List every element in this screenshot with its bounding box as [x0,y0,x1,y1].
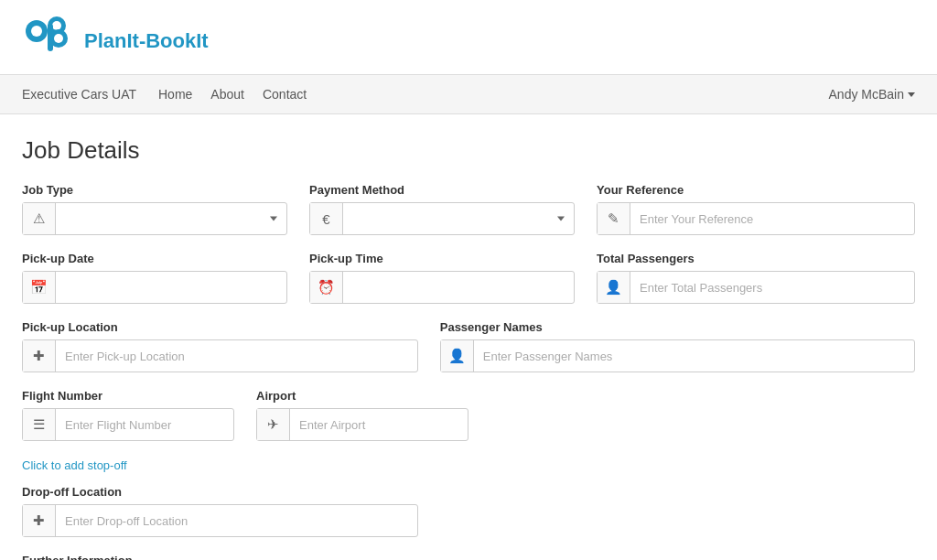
further-info-label: Further Information [22,554,418,560]
pickup-time-group: Pick-up Time ⏰ [309,252,575,304]
user-dropdown-caret [908,92,915,97]
logo-area: PlanIt-BookIt [0,0,937,74]
pickup-date-icon: 📅 [23,272,56,303]
passenger-names-input-wrapper: 👤 [440,339,915,372]
form-row-6: Further Information [22,554,915,560]
your-reference-label: Your Reference [597,183,915,197]
navbar-user[interactable]: Andy McBain [829,87,915,102]
your-reference-input[interactable] [630,203,914,234]
job-type-group: Job Type ⚠ [22,183,287,235]
nav-contact[interactable]: Contact [263,83,307,105]
form-row-2: Pick-up Date 📅 Pick-up Time ⏰ Total Pass… [22,252,915,304]
pickup-time-input-wrapper: ⏰ [309,271,575,304]
pickup-time-icon: ⏰ [310,272,343,303]
svg-point-1 [31,26,42,37]
svg-rect-6 [48,24,53,51]
payment-method-label: Payment Method [309,183,575,197]
airport-icon: ✈ [257,409,290,440]
payment-method-icon: € [310,203,343,234]
passenger-names-input[interactable] [474,340,914,372]
job-type-select[interactable] [56,203,286,234]
dropoff-location-group: Drop-off Location ✚ [22,485,418,537]
job-type-icon: ⚠ [23,203,56,234]
row6-spacer [440,554,915,560]
dropoff-location-input-wrapper: ✚ [22,504,418,537]
pickup-location-icon: ✚ [23,340,56,372]
pickup-location-input-wrapper: ✚ [22,339,418,372]
flight-number-group: Flight Number ☰ [22,389,234,441]
svg-point-5 [54,34,63,43]
total-passengers-label: Total Passengers [597,252,915,265]
airport-group: Airport ✈ [256,389,468,441]
add-stop-link[interactable]: Click to add stop-off [22,458,127,472]
passenger-names-group: Passenger Names 👤 [440,320,915,372]
pickup-location-input[interactable] [56,340,417,372]
row4-spacer [490,389,915,441]
dropoff-location-input[interactable] [56,505,417,536]
navbar-brand: Executive Cars UAT [22,87,136,102]
pickup-location-label: Pick-up Location [22,320,418,334]
pickup-time-input[interactable] [343,272,574,303]
total-passengers-icon: 👤 [598,272,630,303]
pickup-date-group: Pick-up Date 📅 [22,252,287,304]
airport-label: Airport [256,389,468,403]
pickup-time-label: Pick-up Time [309,252,575,265]
page-title: Job Details [22,136,915,165]
pickup-location-group: Pick-up Location ✚ [22,320,418,372]
pickup-date-input-wrapper: 📅 [22,271,287,304]
nav-home[interactable]: Home [158,83,192,105]
logo-text: PlanIt-BookIt [84,29,209,53]
form-row-5: Drop-off Location ✚ [22,485,915,537]
form-row-4: Flight Number ☰ Airport ✈ [22,389,915,441]
flight-number-label: Flight Number [22,389,234,403]
svg-point-3 [52,21,61,30]
total-passengers-input-wrapper: 👤 [597,271,915,304]
airport-input-wrapper: ✈ [256,408,468,441]
your-reference-icon: ✎ [598,203,630,234]
main-content: Job Details Job Type ⚠ Payment Method € [0,114,937,560]
pickup-date-input[interactable] [56,272,286,303]
your-reference-input-wrapper: ✎ [597,202,915,235]
job-type-select-wrapper: ⚠ [22,202,287,235]
airport-input[interactable] [290,409,468,440]
dropoff-location-label: Drop-off Location [22,485,418,499]
user-name: Andy McBain [829,87,904,102]
your-reference-group: Your Reference ✎ [597,183,915,235]
total-passengers-input[interactable] [630,272,914,303]
navbar-links: Home About Contact [158,83,829,105]
form-row-3: Pick-up Location ✚ Passenger Names 👤 [22,320,915,372]
flight-number-icon: ☰ [23,409,56,440]
job-type-label: Job Type [22,183,287,197]
flight-number-input-wrapper: ☰ [22,408,234,441]
form-row-1: Job Type ⚠ Payment Method € Your Ref [22,183,915,235]
payment-method-select[interactable] [343,203,574,234]
pickup-date-label: Pick-up Date [22,252,287,265]
payment-method-select-wrapper: € [309,202,575,235]
navbar: Executive Cars UAT Home About Contact An… [0,74,937,114]
passenger-names-icon: 👤 [441,340,474,372]
flight-number-input[interactable] [56,409,233,440]
logo-icon [22,16,77,65]
passenger-names-label: Passenger Names [440,320,915,334]
row5-spacer [440,485,915,537]
total-passengers-group: Total Passengers 👤 [597,252,915,304]
payment-method-group: Payment Method € [309,183,575,235]
nav-about[interactable]: About [210,83,244,105]
further-info-group: Further Information [22,554,418,560]
dropoff-location-icon: ✚ [23,505,56,536]
